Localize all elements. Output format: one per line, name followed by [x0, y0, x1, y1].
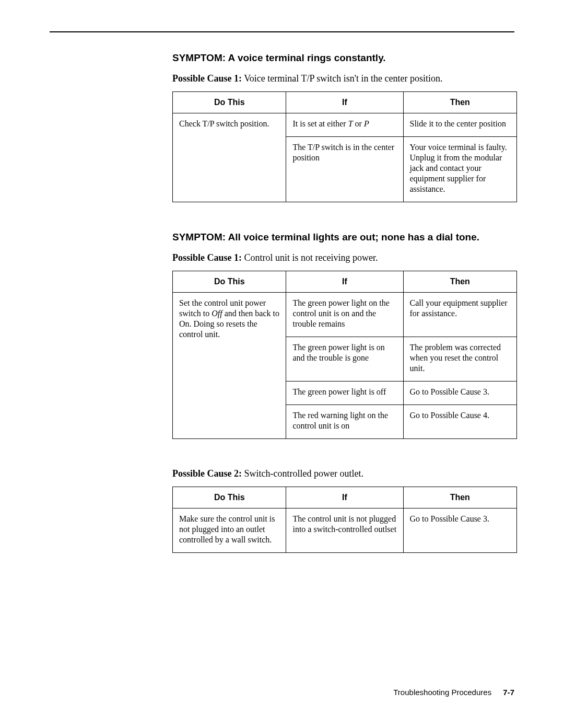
symptom2-table1: Do This If Then Set the control unit pow… — [172, 271, 517, 439]
cell-if: The green power light on the control uni… — [286, 293, 403, 337]
cell-then: Go to Possible Cause 3. — [403, 382, 516, 405]
symptom2-cause2-label: Possible Cause 2: — [172, 468, 242, 479]
text: It is set at either — [292, 119, 348, 128]
cell-then: Your voice terminal is faulty. Unplug it… — [403, 137, 516, 202]
page: SYMPTOM: A voice terminal rings constant… — [0, 0, 564, 728]
cell-if: The T/P switch is in the center position — [286, 137, 403, 202]
header-do: Do This — [173, 271, 286, 293]
header-then: Then — [403, 487, 516, 509]
cell-if: It is set at either T or P — [286, 113, 403, 137]
cell-if: The control unit is not plugged into a s… — [286, 509, 403, 553]
header-do: Do This — [173, 92, 286, 113]
table-header-row: Do This If Then — [173, 271, 517, 293]
table-row: Set the control unit power switch to Off… — [173, 293, 517, 337]
table-header-row: Do This If Then — [173, 92, 517, 113]
cell-then: Go to Possible Cause 3. — [403, 509, 516, 553]
italic-T: T — [348, 119, 353, 128]
cell-if: The red warning light on the control uni… — [286, 405, 403, 439]
cell-do: Set the control unit power switch to Off… — [173, 293, 286, 439]
footer-label: Troubleshooting Procedures — [393, 688, 491, 697]
symptom2-cause1: Possible Cause 1: Control unit is not re… — [172, 252, 517, 263]
header-if: If — [286, 271, 403, 293]
symptom2-table2: Do This If Then Make sure the control un… — [172, 487, 517, 553]
cell-then: Call your equipment supplier for assista… — [403, 293, 516, 337]
table-row: Check T/P switch position. It is set at … — [173, 113, 517, 137]
symptom2-cause2: Possible Cause 2: Switch-controlled powe… — [172, 468, 517, 479]
header-then: Then — [403, 92, 516, 113]
italic-off: Off — [212, 309, 222, 318]
header-do: Do This — [173, 487, 286, 509]
symptom1-cause1-text: Voice terminal T/P switch isn't in the c… — [242, 73, 443, 84]
symptom2-heading: SYMPTOM: All voice terminal lights are o… — [172, 232, 517, 243]
top-horizontal-rule — [50, 31, 514, 32]
cell-if: The green power light is on and the trou… — [286, 337, 403, 382]
header-then: Then — [403, 271, 516, 293]
cell-do: Check T/P switch position. — [173, 113, 286, 202]
symptom1-cause1-label: Possible Cause 1: — [172, 73, 242, 84]
cell-if: The green power light is off — [286, 382, 403, 405]
italic-P: P — [364, 119, 369, 128]
symptom1-table: Do This If Then Check T/P switch positio… — [172, 91, 517, 202]
table-row: Make sure the control unit is not plugge… — [173, 509, 517, 553]
table-header-row: Do This If Then — [173, 487, 517, 509]
header-if: If — [286, 92, 403, 113]
cell-then: Go to Possible Cause 4. — [403, 405, 516, 439]
header-if: If — [286, 487, 403, 509]
symptom2-cause1-label: Possible Cause 1: — [172, 252, 242, 263]
cell-do: Make sure the control unit is not plugge… — [173, 509, 286, 553]
symptom1-cause1: Possible Cause 1: Voice terminal T/P swi… — [172, 73, 517, 84]
cell-then: Slide it to the center position — [403, 113, 516, 137]
page-footer: Troubleshooting Procedures 7-7 — [393, 688, 514, 697]
cell-then: The problem was corrected when you reset… — [403, 337, 516, 382]
footer-page-number: 7-7 — [503, 688, 514, 697]
symptom1-heading: SYMPTOM: A voice terminal rings constant… — [172, 52, 517, 64]
symptom2-cause2-text: Switch-controlled power outlet. — [242, 468, 363, 479]
symptom2-cause1-text: Control unit is not receiving power. — [242, 252, 378, 263]
text: or — [353, 119, 364, 128]
content-area: SYMPTOM: A voice terminal rings constant… — [172, 52, 517, 553]
